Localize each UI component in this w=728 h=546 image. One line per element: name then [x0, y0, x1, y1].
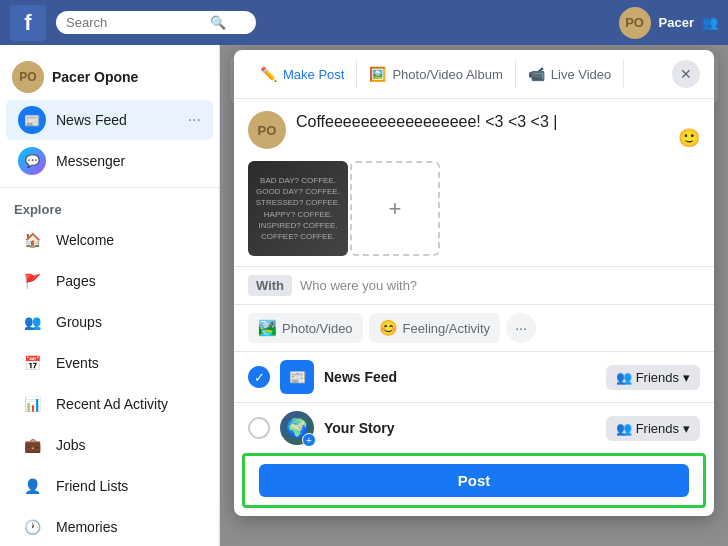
coffee-image: BAD DAY? COFFEE. GOOD DAY? COFFEE. STRES… — [248, 161, 348, 256]
news-feed-checkbox[interactable]: ✓ — [248, 366, 270, 388]
composer-avatar: PO — [248, 111, 286, 149]
sidebar-item-messenger[interactable]: 💬 Messenger — [6, 141, 213, 181]
photo-video-button[interactable]: 🏞️ Photo/Video — [248, 313, 363, 343]
nav-right: PO Pacer 👥 — [619, 7, 718, 39]
memories-icon: 🕐 — [18, 513, 46, 541]
news-feed-share-icon: 📰 — [280, 360, 314, 394]
sidebar-item-welcome[interactable]: 🏠 Welcome — [6, 220, 213, 260]
search-input[interactable] — [66, 15, 206, 30]
sidebar-item-jobs[interactable]: 💼 Jobs — [6, 425, 213, 465]
emoji-picker-icon[interactable]: 🙂 — [678, 127, 700, 149]
feeling-icon: 😊 — [379, 319, 398, 337]
more-options-icon[interactable]: ··· — [188, 111, 201, 129]
welcome-icon: 🏠 — [18, 226, 46, 254]
compose-text[interactable]: Coffeeeeeeeeeeeeeeeee! <3 <3 <3 | — [296, 111, 668, 133]
sidebar-item-recent-ad[interactable]: 📊 Recent Ad Activity — [6, 384, 213, 424]
tab-live-video[interactable]: 📹 Live Video — [516, 60, 624, 88]
feeling-activity-button[interactable]: 😊 Feeling/Activity — [369, 313, 500, 343]
sidebar-item-friend-lists[interactable]: 👤 Friend Lists — [6, 466, 213, 506]
photo-video-album-label: Photo/Video Album — [392, 67, 502, 82]
sidebar-user[interactable]: PO Pacer Opone — [0, 55, 219, 99]
tab-photo-video-album[interactable]: 🖼️ Photo/Video Album — [357, 60, 515, 88]
more-options-button[interactable]: ··· — [506, 313, 536, 343]
sidebar: PO Pacer Opone 📰 News Feed ··· 💬 Messeng… — [0, 45, 220, 546]
video-icon: 📹 — [528, 66, 545, 82]
with-placeholder[interactable]: Who were you with? — [300, 278, 417, 293]
search-icon: 🔍 — [210, 15, 226, 30]
photo-video-icon: 🏞️ — [258, 319, 277, 337]
make-post-label: Make Post — [283, 67, 344, 82]
sidebar-item-memories[interactable]: 🕐 Memories — [6, 507, 213, 546]
image-preview: BAD DAY? COFFEE. GOOD DAY? COFFEE. STRES… — [248, 161, 348, 256]
news-feed-share-label: News Feed — [324, 369, 596, 385]
sidebar-item-label: News Feed — [56, 112, 127, 128]
your-story-share-icon: 🌍 + — [280, 411, 314, 445]
avatar: PO — [12, 61, 44, 93]
nav-username: Pacer — [659, 15, 694, 30]
sidebar-item-groups[interactable]: 👥 Groups — [6, 302, 213, 342]
action-row: 🏞️ Photo/Video 😊 Feeling/Activity ··· — [234, 304, 714, 351]
divider — [0, 187, 219, 188]
with-label: With — [248, 275, 292, 296]
your-story-checkbox[interactable] — [248, 417, 270, 439]
sidebar-item-events[interactable]: 📅 Events — [6, 343, 213, 383]
recent-ad-icon: 📊 — [18, 390, 46, 418]
your-story-audience-button[interactable]: 👥 Friends ▾ — [606, 416, 700, 441]
sidebar-item-label: Messenger — [56, 153, 125, 169]
pencil-icon: ✏️ — [260, 66, 277, 82]
create-post-modal: ✏️ Make Post 🖼️ Photo/Video Album 📹 Live… — [234, 50, 714, 516]
facebook-logo: f — [10, 5, 46, 41]
sidebar-item-pages[interactable]: 🚩 Pages — [6, 261, 213, 301]
add-image-button[interactable]: + — [350, 161, 440, 256]
top-navigation: f 🔍 PO Pacer 👥 — [0, 0, 728, 45]
modal-overlay: ✏️ Make Post 🖼️ Photo/Video Album 📹 Live… — [220, 45, 728, 546]
live-video-label: Live Video — [551, 67, 611, 82]
post-button-wrapper: Post — [242, 453, 706, 508]
story-plus-icon: + — [302, 433, 316, 447]
events-icon: 📅 — [18, 349, 46, 377]
friends-icon[interactable]: 👥 — [702, 15, 718, 30]
sidebar-item-news-feed[interactable]: 📰 News Feed ··· — [6, 100, 213, 140]
your-story-share-label: Your Story — [324, 420, 596, 436]
news-feed-icon: 📰 — [18, 106, 46, 134]
groups-icon: 👥 — [18, 308, 46, 336]
jobs-icon: 💼 — [18, 431, 46, 459]
explore-section-title: Explore — [0, 194, 219, 219]
content-area: People You May Know ✏️ Make Post 🖼️ Phot… — [220, 45, 728, 546]
share-news-feed-row: ✓ 📰 News Feed 👥 Friends ▾ — [234, 351, 714, 402]
messenger-icon: 💬 — [18, 147, 46, 175]
friend-lists-icon: 👤 — [18, 472, 46, 500]
post-button[interactable]: Post — [259, 464, 689, 497]
avatar[interactable]: PO — [619, 7, 651, 39]
main-layout: PO Pacer Opone 📰 News Feed ··· 💬 Messeng… — [0, 45, 728, 546]
image-area: BAD DAY? COFFEE. GOOD DAY? COFFEE. STRES… — [234, 161, 714, 266]
sidebar-username: Pacer Opone — [52, 69, 138, 85]
news-feed-audience-button[interactable]: 👥 Friends ▾ — [606, 365, 700, 390]
share-your-story-row: 🌍 + Your Story 👥 Friends ▾ — [234, 402, 714, 453]
tab-make-post[interactable]: ✏️ Make Post — [248, 60, 357, 88]
compose-area: PO Coffeeeeeeeeeeeeeeeee! <3 <3 <3 | 🙂 — [234, 99, 714, 161]
modal-header: ✏️ Make Post 🖼️ Photo/Video Album 📹 Live… — [234, 50, 714, 99]
photo-icon: 🖼️ — [369, 66, 386, 82]
close-button[interactable]: ✕ — [672, 60, 700, 88]
pages-icon: 🚩 — [18, 267, 46, 295]
with-row: With Who were you with? — [234, 266, 714, 304]
search-bar[interactable]: 🔍 — [56, 11, 256, 34]
